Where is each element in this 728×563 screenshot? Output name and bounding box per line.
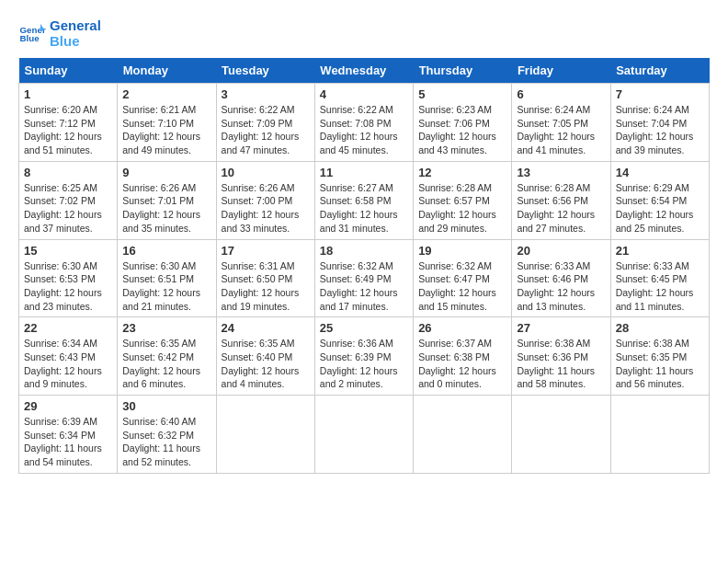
calendar-cell: 10Sunrise: 6:26 AMSunset: 7:00 PMDayligh… xyxy=(216,161,314,239)
day-info: Sunrise: 6:23 AMSunset: 7:06 PMDaylight:… xyxy=(418,103,506,157)
day-number: 30 xyxy=(122,399,210,413)
calendar-cell xyxy=(512,396,610,474)
day-number: 27 xyxy=(517,321,605,335)
day-info: Sunrise: 6:30 AMSunset: 6:51 PMDaylight:… xyxy=(122,259,210,314)
calendar-cell xyxy=(414,396,512,474)
day-info: Sunrise: 6:24 AMSunset: 7:05 PMDaylight:… xyxy=(517,103,605,157)
day-number: 4 xyxy=(320,87,408,101)
day-number: 21 xyxy=(616,244,704,258)
day-number: 14 xyxy=(616,166,704,179)
calendar-cell xyxy=(314,396,413,474)
calendar-week: 1Sunrise: 6:20 AMSunset: 7:12 PMDaylight… xyxy=(19,84,710,162)
day-info: Sunrise: 6:25 AMSunset: 7:02 PMDaylight:… xyxy=(24,181,112,236)
day-info: Sunrise: 6:26 AMSunset: 7:01 PMDaylight:… xyxy=(122,181,210,236)
day-info: Sunrise: 6:36 AMSunset: 6:39 PMDaylight:… xyxy=(320,337,408,391)
day-number: 12 xyxy=(418,166,506,179)
day-info: Sunrise: 6:35 AMSunset: 6:40 PMDaylight:… xyxy=(222,337,310,391)
calendar-cell: 9Sunrise: 6:26 AMSunset: 7:01 PMDaylight… xyxy=(118,161,216,239)
day-number: 15 xyxy=(24,244,112,258)
day-number: 19 xyxy=(418,244,506,258)
weekday-header: Friday xyxy=(512,58,610,84)
weekday-header: Saturday xyxy=(610,58,709,84)
day-number: 2 xyxy=(122,87,210,101)
calendar-cell: 12Sunrise: 6:28 AMSunset: 6:57 PMDayligh… xyxy=(414,161,512,239)
calendar-cell: 25Sunrise: 6:36 AMSunset: 6:39 PMDayligh… xyxy=(314,317,413,396)
weekday-header: Sunday xyxy=(19,58,118,84)
calendar-week: 15Sunrise: 6:30 AMSunset: 6:53 PMDayligh… xyxy=(19,239,710,317)
day-number: 10 xyxy=(222,166,310,179)
calendar-cell: 4Sunrise: 6:22 AMSunset: 7:08 PMDaylight… xyxy=(314,84,413,162)
calendar-cell: 19Sunrise: 6:32 AMSunset: 6:47 PMDayligh… xyxy=(414,239,512,317)
logo: General Blue GeneralBlue xyxy=(18,18,101,49)
day-number: 7 xyxy=(616,87,704,101)
calendar-cell: 26Sunrise: 6:37 AMSunset: 6:38 PMDayligh… xyxy=(414,317,512,396)
day-number: 8 xyxy=(24,166,112,179)
day-info: Sunrise: 6:21 AMSunset: 7:10 PMDaylight:… xyxy=(122,103,210,157)
calendar-cell: 29Sunrise: 6:39 AMSunset: 6:34 PMDayligh… xyxy=(19,396,118,474)
day-info: Sunrise: 6:34 AMSunset: 6:43 PMDaylight:… xyxy=(24,337,112,391)
svg-text:Blue: Blue xyxy=(20,33,40,43)
day-info: Sunrise: 6:39 AMSunset: 6:34 PMDaylight:… xyxy=(24,415,112,469)
logo-icon: General Blue xyxy=(18,20,46,48)
page-header: General Blue GeneralBlue xyxy=(18,18,710,49)
calendar-week: 8Sunrise: 6:25 AMSunset: 7:02 PMDaylight… xyxy=(19,161,710,239)
day-info: Sunrise: 6:33 AMSunset: 6:46 PMDaylight:… xyxy=(517,259,605,314)
day-info: Sunrise: 6:37 AMSunset: 6:38 PMDaylight:… xyxy=(418,337,506,391)
weekday-header: Thursday xyxy=(414,58,512,84)
day-info: Sunrise: 6:38 AMSunset: 6:36 PMDaylight:… xyxy=(517,337,605,391)
day-number: 16 xyxy=(122,244,210,258)
calendar-cell: 15Sunrise: 6:30 AMSunset: 6:53 PMDayligh… xyxy=(19,239,118,317)
day-info: Sunrise: 6:31 AMSunset: 6:50 PMDaylight:… xyxy=(222,259,310,314)
day-number: 20 xyxy=(517,244,605,258)
calendar-cell: 2Sunrise: 6:21 AMSunset: 7:10 PMDaylight… xyxy=(118,84,216,162)
day-number: 22 xyxy=(24,321,112,335)
day-number: 3 xyxy=(222,87,310,101)
day-number: 13 xyxy=(517,166,605,179)
calendar-cell: 22Sunrise: 6:34 AMSunset: 6:43 PMDayligh… xyxy=(19,317,118,396)
calendar-cell: 20Sunrise: 6:33 AMSunset: 6:46 PMDayligh… xyxy=(512,239,610,317)
day-info: Sunrise: 6:24 AMSunset: 7:04 PMDaylight:… xyxy=(616,103,704,157)
day-info: Sunrise: 6:32 AMSunset: 6:47 PMDaylight:… xyxy=(418,259,506,314)
day-info: Sunrise: 6:27 AMSunset: 6:58 PMDaylight:… xyxy=(320,181,408,236)
calendar-cell: 3Sunrise: 6:22 AMSunset: 7:09 PMDaylight… xyxy=(216,84,314,162)
calendar-cell xyxy=(216,396,314,474)
calendar-cell: 13Sunrise: 6:28 AMSunset: 6:56 PMDayligh… xyxy=(512,161,610,239)
calendar-cell: 11Sunrise: 6:27 AMSunset: 6:58 PMDayligh… xyxy=(314,161,413,239)
calendar-cell: 18Sunrise: 6:32 AMSunset: 6:49 PMDayligh… xyxy=(314,239,413,317)
calendar-cell: 30Sunrise: 6:40 AMSunset: 6:32 PMDayligh… xyxy=(118,396,216,474)
day-number: 23 xyxy=(122,321,210,335)
day-number: 5 xyxy=(418,87,506,101)
day-info: Sunrise: 6:29 AMSunset: 6:54 PMDaylight:… xyxy=(616,181,704,236)
day-info: Sunrise: 6:28 AMSunset: 6:56 PMDaylight:… xyxy=(517,181,605,236)
day-info: Sunrise: 6:28 AMSunset: 6:57 PMDaylight:… xyxy=(418,181,506,236)
day-info: Sunrise: 6:26 AMSunset: 7:00 PMDaylight:… xyxy=(222,181,310,236)
calendar-cell: 1Sunrise: 6:20 AMSunset: 7:12 PMDaylight… xyxy=(19,84,118,162)
calendar-cell: 8Sunrise: 6:25 AMSunset: 7:02 PMDaylight… xyxy=(19,161,118,239)
day-info: Sunrise: 6:22 AMSunset: 7:09 PMDaylight:… xyxy=(222,103,310,157)
calendar-cell: 16Sunrise: 6:30 AMSunset: 6:51 PMDayligh… xyxy=(118,239,216,317)
logo-text: GeneralBlue xyxy=(50,18,101,49)
calendar-cell: 14Sunrise: 6:29 AMSunset: 6:54 PMDayligh… xyxy=(610,161,709,239)
day-number: 18 xyxy=(320,244,408,258)
calendar-cell: 28Sunrise: 6:38 AMSunset: 6:35 PMDayligh… xyxy=(610,317,709,396)
day-info: Sunrise: 6:30 AMSunset: 6:53 PMDaylight:… xyxy=(24,259,112,314)
day-number: 9 xyxy=(122,166,210,179)
calendar-cell: 23Sunrise: 6:35 AMSunset: 6:42 PMDayligh… xyxy=(118,317,216,396)
day-number: 24 xyxy=(222,321,310,335)
calendar-week: 22Sunrise: 6:34 AMSunset: 6:43 PMDayligh… xyxy=(19,317,710,396)
calendar-cell: 6Sunrise: 6:24 AMSunset: 7:05 PMDaylight… xyxy=(512,84,610,162)
day-number: 1 xyxy=(24,87,112,101)
day-number: 28 xyxy=(616,321,704,335)
day-number: 26 xyxy=(418,321,506,335)
calendar-cell: 24Sunrise: 6:35 AMSunset: 6:40 PMDayligh… xyxy=(216,317,314,396)
calendar-cell xyxy=(610,396,709,474)
day-number: 17 xyxy=(222,244,310,258)
calendar-cell: 21Sunrise: 6:33 AMSunset: 6:45 PMDayligh… xyxy=(610,239,709,317)
day-info: Sunrise: 6:38 AMSunset: 6:35 PMDaylight:… xyxy=(616,337,704,391)
day-number: 6 xyxy=(517,87,605,101)
day-number: 25 xyxy=(320,321,408,335)
calendar-table: SundayMondayTuesdayWednesdayThursdayFrid… xyxy=(18,58,710,474)
weekday-header: Monday xyxy=(118,58,216,84)
weekday-header: Wednesday xyxy=(314,58,413,84)
calendar-cell: 17Sunrise: 6:31 AMSunset: 6:50 PMDayligh… xyxy=(216,239,314,317)
